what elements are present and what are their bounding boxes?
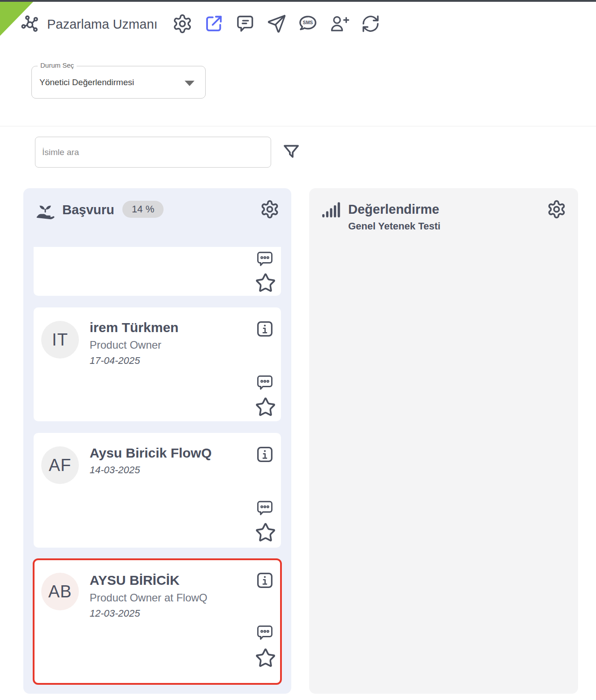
info-button[interactable] [255, 319, 275, 339]
search-input[interactable] [35, 137, 271, 168]
applicant-tracking-page: Pazarlama Uzmanı [0, 0, 596, 700]
candidate-info: AYSU BİRİCİK Product Owner at FlowQ 12-0… [90, 572, 207, 620]
column-basvuru-settings-button[interactable] [260, 199, 280, 219]
column-degerlendirme-header: Değerlendirme Genel Yetenek Testi [309, 188, 578, 232]
comment-button[interactable] [255, 623, 275, 643]
gear-icon [260, 214, 280, 220]
candidate-info: irem Türkmen Product Owner 17-04-2025 [90, 319, 178, 367]
gear-icon [547, 214, 566, 220]
candidate-name: irem Türkmen [90, 319, 178, 336]
comment-dots-icon [255, 387, 275, 394]
sms-button[interactable]: SMS [298, 14, 318, 35]
add-person-button[interactable] [329, 14, 350, 35]
svg-text:SMS: SMS [302, 20, 313, 25]
candidate-role: Product Owner [90, 338, 178, 352]
candidate-card[interactable]: AF Aysu Biricik FlowQ 14-03-2025 [34, 433, 281, 548]
star-icon [255, 538, 276, 544]
info-icon [255, 585, 275, 592]
info-button[interactable] [255, 570, 275, 590]
chevron-down-icon [185, 81, 194, 86]
info-button[interactable] [255, 445, 275, 464]
gear-icon [172, 13, 193, 35]
star-icon [255, 663, 276, 670]
sms-icon: SMS [298, 13, 318, 35]
status-select[interactable]: Durum Seç Yönetici Değerlendirmesi [31, 66, 206, 99]
candidate-date: 12-03-2025 [90, 607, 207, 620]
avatar: IT [41, 321, 79, 359]
open-external-button[interactable] [203, 14, 224, 35]
comment-button[interactable] [255, 249, 275, 269]
candidate-name: AYSU BİRİCİK [90, 572, 207, 589]
column-degerlendirme-settings-button[interactable] [547, 199, 566, 219]
top-bar [0, 0, 596, 2]
comment-button[interactable] [255, 498, 275, 518]
comment-dots-icon [255, 637, 275, 644]
send-icon [266, 13, 287, 35]
page-title: Pazarlama Uzmanı [47, 17, 158, 32]
refresh-icon [360, 13, 381, 35]
candidate-role: Product Owner at FlowQ [90, 591, 207, 605]
avatar: AF [41, 446, 79, 484]
info-icon [255, 459, 275, 466]
search-box [35, 137, 271, 168]
refresh-button[interactable] [360, 14, 381, 35]
candidate-date: 14-03-2025 [90, 464, 212, 476]
candidate-card-partial[interactable] [34, 247, 281, 296]
favorite-button[interactable] [255, 397, 276, 418]
avatar: AB [41, 573, 79, 610]
comment-button[interactable] [255, 373, 275, 393]
percentage-badge: 14 % [122, 201, 164, 218]
column-basvuru: Başvuru 14 % [23, 188, 291, 694]
column-degerlendirme: Değerlendirme Genel Yetenek Testi [309, 188, 578, 694]
star-icon [255, 412, 276, 419]
info-icon [255, 333, 275, 340]
column-degerlendirme-titles: Değerlendirme Genel Yetenek Testi [348, 199, 441, 232]
candidate-name: Aysu Biricik FlowQ [90, 445, 212, 462]
person-add-icon [329, 13, 350, 35]
candidate-date: 17-04-2025 [90, 354, 178, 367]
hand-seedling-icon [35, 200, 56, 220]
network-icon [21, 14, 41, 35]
column-degerlendirme-title: Değerlendirme [348, 199, 441, 219]
filter-button[interactable] [281, 143, 301, 162]
candidate-card-selected[interactable]: AB AYSU BİRİCİK Product Owner at FlowQ 1… [33, 558, 282, 685]
settings-button[interactable] [172, 14, 193, 35]
column-basvuru-header: Başvuru 14 % [23, 188, 291, 220]
send-button[interactable] [266, 14, 287, 35]
bars-chart-icon [321, 200, 341, 220]
header-divider [0, 126, 596, 126]
status-select-label: Durum Seç [38, 61, 77, 69]
page-header: Pazarlama Uzmanı [21, 13, 381, 36]
external-link-icon [203, 13, 224, 35]
favorite-button[interactable] [255, 648, 276, 669]
star-icon [255, 288, 276, 295]
favorite-button[interactable] [255, 522, 276, 543]
column-degerlendirme-subtitle: Genel Yetenek Testi [348, 220, 441, 232]
status-select-value: Yönetici Değerlendirmesi [39, 78, 134, 87]
comment-dots-icon [255, 513, 275, 519]
candidate-info: Aysu Biricik FlowQ 14-03-2025 [90, 445, 212, 476]
message-icon [235, 13, 255, 35]
favorite-button[interactable] [255, 272, 276, 294]
candidate-card[interactable]: IT irem Türkmen Product Owner 17-04-2025 [34, 307, 281, 421]
column-basvuru-title: Başvuru [62, 199, 114, 220]
comments-button[interactable] [235, 14, 255, 35]
comment-dots-icon [255, 264, 275, 270]
funnel-icon [281, 157, 301, 164]
